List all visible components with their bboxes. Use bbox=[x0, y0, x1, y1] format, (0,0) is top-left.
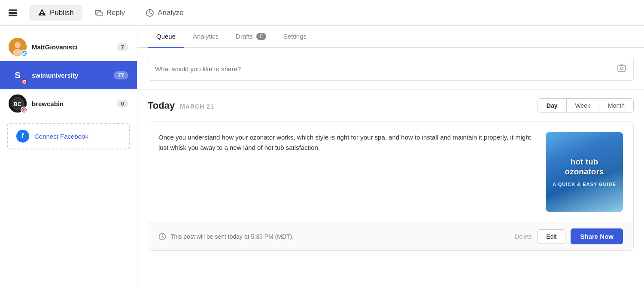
post-actions: Delete Edit Share Now bbox=[515, 228, 623, 244]
tab-bar: Queue Analytics Drafts 0 Settings bbox=[137, 26, 644, 48]
post-text: Once you understand how your ozonator wo… bbox=[158, 132, 539, 212]
pinterest-badge bbox=[21, 78, 27, 85]
instagram-badge bbox=[21, 106, 27, 113]
post-image: hot tub ozonators a quick & easy guide bbox=[546, 132, 623, 212]
post-body: Once you understand how your ozonator wo… bbox=[148, 122, 633, 222]
svg-rect-15 bbox=[618, 66, 626, 71]
week-view-button[interactable]: Week bbox=[567, 99, 600, 113]
svg-point-7 bbox=[15, 42, 21, 48]
compose-box[interactable] bbox=[148, 57, 634, 81]
facebook-icon: f bbox=[16, 130, 29, 143]
analyze-nav-item[interactable]: Analyze bbox=[137, 5, 192, 21]
svg-rect-2 bbox=[9, 15, 17, 16]
content-area: Queue Analytics Drafts 0 Settings bbox=[137, 26, 644, 289]
avatar-swimuniversity: S bbox=[9, 66, 27, 84]
svg-rect-4 bbox=[97, 12, 102, 16]
layers-icon bbox=[7, 7, 19, 19]
publish-nav-item[interactable]: Publish bbox=[29, 5, 82, 21]
avatar-mattgiovanisci bbox=[9, 38, 27, 56]
svg-point-14 bbox=[25, 109, 25, 110]
sidebar-item-swimuniversity[interactable]: S swimuniversity 77 bbox=[0, 61, 137, 89]
clock-icon bbox=[158, 233, 166, 240]
connect-facebook-button[interactable]: f Connect Facebook bbox=[7, 123, 130, 149]
reply-icon bbox=[94, 9, 103, 17]
svg-rect-1 bbox=[9, 12, 17, 14]
delete-button[interactable]: Delete bbox=[515, 233, 532, 240]
main-layout: MattGiovanisci 7 S swimuniversity 77 bbox=[0, 26, 644, 289]
compose-input[interactable] bbox=[155, 65, 612, 73]
twitter-icon bbox=[22, 51, 26, 55]
post-card: Once you understand how your ozonator wo… bbox=[148, 122, 634, 251]
day-view-button[interactable]: Day bbox=[538, 99, 567, 113]
svg-point-13 bbox=[24, 110, 25, 111]
app-logo bbox=[7, 7, 19, 19]
instagram-icon bbox=[22, 108, 26, 112]
month-view-button[interactable]: Month bbox=[599, 99, 633, 113]
compose-area bbox=[137, 48, 644, 90]
analyze-icon bbox=[146, 9, 154, 17]
tab-analytics[interactable]: Analytics bbox=[184, 26, 227, 48]
svg-rect-0 bbox=[9, 9, 17, 11]
queue-date: Today MARCH 21 bbox=[148, 100, 214, 111]
sidebar: MattGiovanisci 7 S swimuniversity 77 bbox=[0, 26, 137, 289]
tab-drafts[interactable]: Drafts 0 bbox=[227, 26, 275, 48]
post-schedule: This post will be sent today at 5:35 PM … bbox=[158, 233, 294, 240]
reply-nav-item[interactable]: Reply bbox=[86, 5, 134, 21]
schedule-text: This post will be sent today at 5:35 PM … bbox=[170, 233, 294, 240]
twitter-badge bbox=[21, 50, 27, 57]
tab-settings[interactable]: Settings bbox=[275, 26, 315, 48]
post-footer: This post will be sent today at 5:35 PM … bbox=[148, 222, 633, 250]
publish-icon bbox=[38, 9, 46, 17]
avatar-brewcabin: BC bbox=[9, 94, 27, 113]
pinterest-icon bbox=[22, 80, 26, 84]
post-image-subtitle: a quick & easy guide bbox=[553, 182, 616, 187]
tab-queue[interactable]: Queue bbox=[148, 26, 184, 48]
share-now-button[interactable]: Share Now bbox=[571, 228, 623, 244]
svg-point-16 bbox=[620, 67, 623, 70]
queue-header: Today MARCH 21 Day Week Month bbox=[148, 98, 634, 113]
edit-button[interactable]: Edit bbox=[537, 229, 565, 244]
svg-rect-12 bbox=[23, 109, 26, 112]
queue-section: Today MARCH 21 Day Week Month Once you u… bbox=[137, 90, 644, 259]
sidebar-item-brewcabin[interactable]: BC brewcabin 0 bbox=[0, 89, 137, 118]
sidebar-item-mattgiovanisci[interactable]: MattGiovanisci 7 bbox=[0, 33, 137, 61]
date-view-toggle: Day Week Month bbox=[538, 98, 634, 113]
post-image-title: hot tub ozonators bbox=[553, 157, 616, 177]
top-navigation: Publish Reply Analyze bbox=[0, 0, 644, 26]
svg-text:BC: BC bbox=[14, 101, 21, 107]
camera-icon[interactable] bbox=[617, 63, 626, 74]
